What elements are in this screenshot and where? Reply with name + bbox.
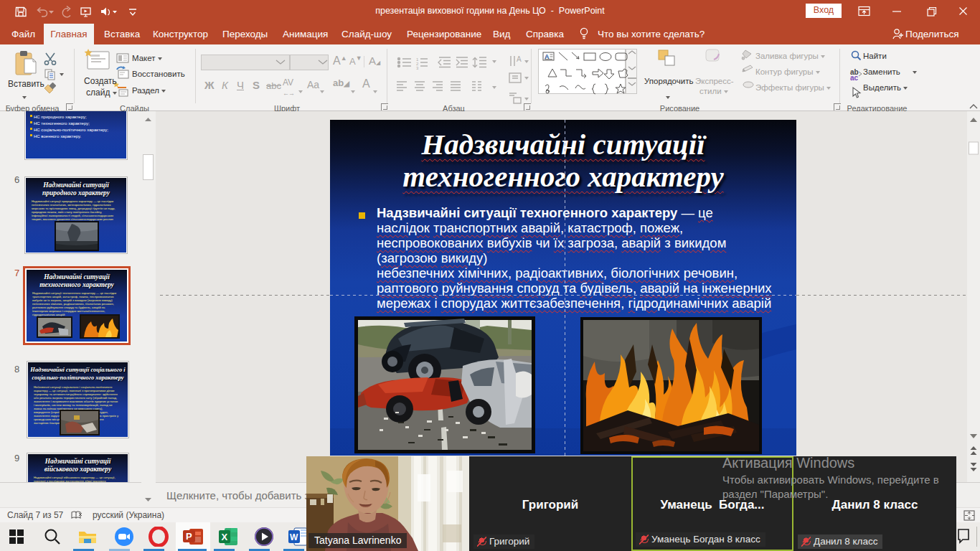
- svg-text:3: 3: [416, 66, 419, 70]
- svg-text:A: A: [517, 55, 522, 63]
- svg-text:W: W: [290, 532, 298, 542]
- svg-text:X: X: [222, 532, 228, 542]
- svg-text:ac: ac: [850, 74, 859, 82]
- svg-text:P: P: [186, 531, 192, 542]
